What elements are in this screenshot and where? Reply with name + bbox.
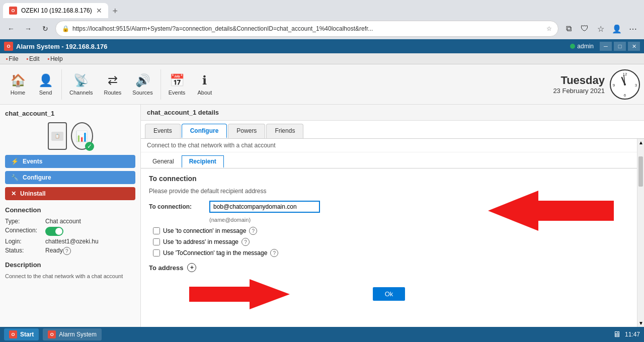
to-connection-input[interactable] [209, 201, 320, 213]
tab-powers[interactable]: Powers [228, 124, 265, 138]
send-button[interactable]: 👤 Send [32, 67, 59, 102]
checkbox-row-3: Use 'ToConnection' tag in the message ? [153, 249, 629, 257]
alarm-taskbar-button[interactable]: O Alarm System [43, 328, 102, 340]
login-value: chattest1@ozeki.hu [45, 238, 99, 245]
events-btn-icon: ⚡ [11, 158, 19, 165]
account-button[interactable]: 👤 [610, 22, 624, 36]
app-icon: O [4, 42, 13, 51]
checkbox-to-address[interactable] [153, 238, 160, 245]
minimize-button[interactable]: ─ [600, 42, 612, 51]
monitor-icon: 🖥 [613, 330, 621, 339]
to-connection-row: To connection: [149, 201, 629, 213]
connection-label: Connection: [5, 227, 45, 236]
uninstall-btn-icon: ✕ [11, 190, 16, 197]
tab-events[interactable]: Events [145, 124, 181, 138]
svg-point-6 [624, 83, 626, 86]
checkbox-to-connection[interactable] [153, 227, 160, 234]
sidebar-icon-area: 📋 📊 ✓ [5, 122, 135, 150]
tab-configure[interactable]: Configure [182, 124, 227, 138]
to-connection-hint: (name@domain) [209, 217, 629, 223]
routes-button[interactable]: ⇄ Routes [98, 67, 127, 102]
address-bar[interactable]: 🔒 https://localhost:9515/Alarm+System/?a… [55, 21, 558, 37]
description-text: Connect to the chat network with a chat … [5, 273, 135, 280]
connection-toggle[interactable] [45, 227, 63, 236]
bookmark-button[interactable]: ☆ [594, 22, 608, 36]
alarm-taskbar-icon: O [48, 330, 56, 338]
status-label: Status: [5, 247, 45, 255]
type-label: Type: [5, 218, 45, 225]
clock-day: Tuesday [553, 74, 605, 87]
routes-icon: ⇄ [108, 73, 118, 88]
scroll-down[interactable]: ▼ [637, 319, 644, 327]
file-menu[interactable]: File [2, 54, 23, 63]
scroll-up[interactable]: ▲ [637, 139, 644, 146]
extensions-button[interactable]: ⧉ [561, 22, 576, 36]
checkbox-label-1: Use 'to connection' in message [163, 227, 246, 234]
sub-tab-general[interactable]: General [145, 155, 182, 168]
checkbox-to-connection-tag[interactable] [153, 249, 160, 256]
help-menu[interactable]: Help [44, 54, 67, 63]
app-titlebar: O Alarm System - 192.168.8.176 admin ─ □… [0, 39, 644, 53]
connection-title: Connection [5, 206, 135, 214]
sub-tab-recipient[interactable]: Recipient [182, 155, 224, 168]
refresh-button[interactable]: ↻ [38, 22, 52, 36]
clock-date: 23 February 2021 [553, 87, 605, 95]
user-status-dot [570, 44, 575, 49]
shield-icon[interactable]: 🛡 [578, 22, 592, 36]
clock-svg: 12 3 6 9 [611, 70, 639, 99]
help-icon-1[interactable]: ? [249, 227, 257, 235]
scrollbar[interactable]: ▲ ▼ [637, 139, 644, 327]
help-icon-2[interactable]: ? [242, 238, 250, 246]
close-button[interactable]: ✕ [628, 42, 640, 51]
user-label: admin [577, 43, 594, 50]
start-icon: O [9, 330, 17, 338]
main-area: chat_account_1 📋 📊 ✓ ⚡ Events 🔧 Con [0, 105, 644, 327]
connection-row: Connection: [5, 227, 135, 236]
checkboxes-area: Use 'to connection' in message ? Use 'to… [153, 227, 629, 257]
to-address-label: To address [149, 264, 183, 272]
time-display: 11:47 [625, 331, 640, 338]
svg-marker-8 [189, 279, 290, 309]
taskbar-right: 🖥 11:47 [613, 330, 640, 339]
forward-button[interactable]: → [21, 22, 35, 36]
browser-tab-bar: O OZEKI 10 (192.168.8.176) ✕ + [0, 0, 644, 18]
events-sidebar-button[interactable]: ⚡ Events [5, 155, 135, 168]
start-button[interactable]: O Start [4, 328, 39, 340]
to-connection-label: To connection: [149, 203, 209, 210]
type-row: Type: Chat account [5, 218, 135, 225]
help-icon-3[interactable]: ? [270, 249, 278, 257]
new-tab-button[interactable]: + [108, 4, 122, 18]
close-tab-button[interactable]: ✕ [96, 7, 102, 15]
back-button[interactable]: ← [4, 22, 18, 36]
content-panel: chat_account_1 details Events Configure … [141, 105, 644, 327]
events-button[interactable]: 📅 Events [163, 67, 191, 102]
content-header: chat_account_1 details [141, 105, 644, 121]
arrow-overlay-2 [189, 279, 290, 309]
section-title: To connection [149, 175, 629, 183]
tab-favicon: O [9, 7, 17, 15]
clock-text: Tuesday 23 February 2021 [553, 74, 605, 95]
home-button[interactable]: 🏠 Home [4, 67, 32, 102]
tab-friends[interactable]: Friends [266, 124, 303, 138]
channels-button[interactable]: 📡 Channels [64, 67, 98, 102]
tab-title: OZEKI 10 (192.168.8.176) [21, 7, 92, 14]
uninstall-sidebar-button[interactable]: ✕ Uninstall [5, 187, 135, 200]
home-label: Home [11, 90, 25, 96]
add-address-button[interactable]: + [187, 263, 196, 272]
browser-nav: ← → ↻ 🔒 https://localhost:9515/Alarm+Sys… [0, 18, 644, 39]
checkbox-row-2: Use 'to address' in message ? [153, 238, 629, 246]
menu-button[interactable]: ⋯ [626, 22, 640, 36]
configure-sidebar-button[interactable]: 🔧 Configure [5, 171, 135, 184]
edit-menu[interactable]: Edit [23, 54, 44, 63]
star-icon: ☆ [546, 25, 552, 32]
maximize-button[interactable]: □ [614, 42, 626, 51]
ok-button[interactable]: Ok [373, 287, 406, 301]
status-help-icon[interactable]: ? [63, 247, 71, 255]
browser-tab[interactable]: O OZEKI 10 (192.168.8.176) ✕ [3, 3, 108, 18]
scroll-thumb[interactable] [638, 156, 643, 187]
sources-label: Sources [132, 90, 152, 96]
about-button[interactable]: ℹ About [191, 67, 218, 102]
login-row: Login: chattest1@ozeki.hu [5, 238, 135, 245]
uninstall-btn-label: Uninstall [20, 190, 46, 197]
sources-button[interactable]: 🔊 Sources [127, 67, 158, 102]
